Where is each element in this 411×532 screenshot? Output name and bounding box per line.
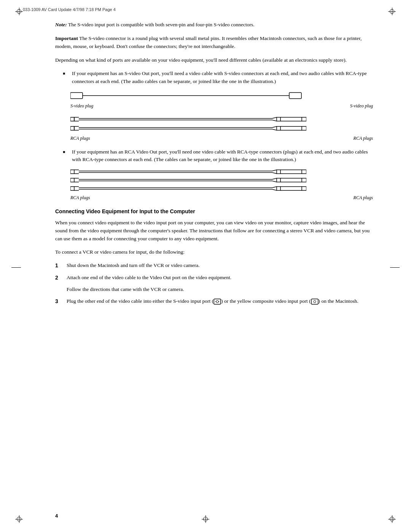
header-text: 033-1009 AV Card Update 4/7/98 7:18 PM P… — [23, 7, 116, 12]
crop-mark-bottom-right — [388, 515, 396, 524]
step-2-sub: Follow the directions that came with the… — [67, 286, 373, 294]
step-number-1: 1 — [55, 262, 67, 270]
svg-rect-34 — [277, 170, 280, 174]
header-bar: 033-1009 AV Card Update 4/7/98 7:18 PM P… — [0, 0, 411, 19]
svg-rect-64 — [311, 299, 318, 304]
svideo-label-left: S-video plug — [70, 103, 101, 109]
svg-point-61 — [216, 300, 218, 303]
svg-point-65 — [314, 300, 316, 303]
body-text-1: Depending on what kind of ports are avai… — [55, 56, 373, 64]
svg-rect-38 — [70, 178, 74, 182]
section-heading: Connecting Video Equipment for Input to … — [55, 208, 373, 214]
rca-cable-svg-2 — [70, 168, 306, 193]
side-crop-right — [390, 263, 400, 269]
bullet-text-2: If your equipment has an RCA Video Out p… — [72, 148, 373, 164]
svg-rect-56 — [277, 187, 280, 190]
svg-rect-48 — [302, 178, 306, 182]
svg-line-33 — [272, 173, 277, 174]
note-block: Note: The S-video input port is compatib… — [55, 21, 373, 29]
rca-cable-svg-1 — [70, 116, 306, 133]
svg-line-32 — [272, 170, 277, 171]
svg-rect-0 — [70, 93, 83, 99]
bullet-icon-2: ■ — [63, 149, 70, 164]
bullet-item-2: ■ If your equipment has an RCA Video Out… — [63, 148, 373, 164]
step-2: 2 Attach one end of the video cable to t… — [55, 274, 373, 282]
svg-rect-26 — [302, 126, 306, 130]
bullet-icon-1: ■ — [63, 70, 70, 86]
page-number: 4 — [55, 513, 58, 519]
composite-port-icon — [311, 298, 319, 305]
rca-label-left-2: RCA plugs — [70, 195, 101, 201]
svg-line-9 — [272, 117, 277, 118]
section-body-2: To connect a VCR or video camera for inp… — [55, 248, 373, 256]
bullet-item-1: ■ If your equipment has an S-video Out p… — [63, 70, 373, 86]
page: 033-1009 AV Card Update 4/7/98 7:18 PM P… — [0, 0, 411, 532]
svg-rect-15 — [70, 126, 74, 130]
step-text-1: Shut down the Macintosh and turn off the… — [67, 262, 373, 270]
svg-rect-14 — [302, 117, 306, 121]
svg-rect-37 — [302, 170, 306, 174]
svg-rect-2 — [289, 93, 301, 99]
rca-label-right-2: RCA plugs — [342, 195, 373, 201]
rca-label-right-1: RCA plugs — [342, 136, 373, 141]
side-crop-left — [11, 263, 21, 269]
important-label: Important — [55, 35, 78, 41]
crop-mark-bottom-center — [202, 515, 209, 524]
note-text: The S-video input port is compatible wit… — [67, 22, 255, 27]
svg-line-54 — [272, 187, 277, 188]
svideo-diagram: S-video plug S-video plug — [70, 90, 373, 109]
svg-rect-27 — [70, 170, 74, 174]
svg-line-10 — [272, 120, 277, 121]
svg-rect-60 — [214, 299, 221, 304]
content: Note: The S-video input port is compatib… — [55, 21, 373, 502]
step-text-2: Attach one end of the video cable to the… — [67, 274, 373, 282]
step-3: 3 Plug the other end of the video cable … — [55, 297, 373, 306]
rca-diagram-1: RCA plugs RCA plugs — [70, 116, 373, 141]
crop-mark-bottom-left — [15, 515, 23, 524]
step-1: 1 Shut down the Macintosh and turn off t… — [55, 262, 373, 270]
section-body-1: When you connect video equipment to the … — [55, 219, 373, 243]
step-number-3: 3 — [55, 297, 67, 306]
step-text-3: Plug the other end of the video cable in… — [67, 297, 373, 306]
svideo-port-icon — [213, 298, 221, 305]
bullet-list: ■ If your equipment has an S-video Out p… — [63, 70, 373, 201]
svg-point-63 — [218, 301, 219, 302]
rca-diagram-2: RCA plugs RCA plugs — [70, 168, 373, 201]
svg-rect-3 — [70, 117, 74, 121]
svg-line-21 — [272, 126, 277, 128]
step-number-2: 2 — [55, 274, 67, 282]
svg-rect-45 — [277, 178, 280, 182]
note-label: Note: — [55, 22, 67, 27]
svg-line-22 — [272, 129, 277, 130]
numbered-list: 1 Shut down the Macintosh and turn off t… — [55, 262, 373, 306]
important-block: Important The S-video connector is a rou… — [55, 35, 373, 50]
svg-line-55 — [272, 189, 277, 190]
bullet-text-1: If your equipment has an S-video Out por… — [72, 70, 373, 86]
crop-mark-top-left — [15, 8, 23, 17]
svg-line-44 — [272, 181, 277, 182]
rca-label-left-1: RCA plugs — [70, 136, 101, 141]
svideo-cable-svg — [70, 90, 306, 101]
svideo-label-right: S-video plug — [342, 103, 373, 109]
crop-mark-top-right — [388, 8, 396, 17]
important-text: The S-video connector is a round plug wi… — [55, 35, 362, 49]
svg-line-43 — [272, 178, 277, 179]
svg-rect-11 — [277, 117, 280, 121]
svg-rect-23 — [277, 126, 280, 130]
svg-point-62 — [215, 301, 216, 302]
svg-rect-49 — [70, 187, 74, 190]
svg-rect-59 — [302, 187, 306, 190]
